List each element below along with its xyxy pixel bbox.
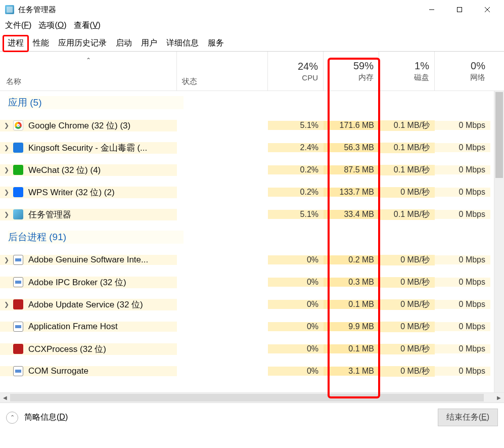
collapse-button[interactable]: ⌃ bbox=[6, 412, 18, 424]
end-task-button[interactable]: 结束任务(E) bbox=[438, 409, 498, 426]
column-network[interactable]: 0% 网络 bbox=[435, 52, 490, 91]
process-icon bbox=[13, 322, 23, 332]
expand-icon[interactable]: ❯ bbox=[0, 122, 13, 129]
disk-cell: 0 MB/秒 bbox=[379, 187, 435, 198]
brief-info-link[interactable]: 简略信息(D) bbox=[24, 412, 68, 423]
column-status[interactable]: 状态 bbox=[177, 52, 268, 91]
disk-cell: 0 MB/秒 bbox=[379, 255, 435, 265]
memory-cell: 33.4 MB bbox=[324, 210, 379, 219]
group-header[interactable]: 应用 (5) bbox=[0, 91, 494, 114]
network-cell: 0 Mbps bbox=[435, 210, 490, 219]
expand-icon[interactable]: ❯ bbox=[0, 144, 13, 151]
menubar: 文件(F)选项(O)查看(V) bbox=[0, 19, 504, 35]
scrollbar-thumb[interactable] bbox=[495, 92, 503, 178]
process-row[interactable]: ❯Adobe Genuine Software Inte...0%0.2 MB0… bbox=[0, 249, 494, 271]
cpu-cell: 0.2% bbox=[268, 188, 324, 197]
process-row[interactable]: ❯Google Chrome (32 位) (3)5.1%171.6 MB0.1… bbox=[0, 114, 494, 137]
process-row[interactable]: ❯Adobe Update Service (32 位)0%0.1 MB0 MB… bbox=[0, 293, 494, 316]
expand-icon[interactable]: ❯ bbox=[0, 256, 13, 263]
close-button[interactable] bbox=[473, 0, 501, 19]
scrollbar-thumb[interactable] bbox=[10, 394, 484, 401]
process-table[interactable]: 应用 (5)❯Google Chrome (32 位) (3)5.1%171.6… bbox=[0, 91, 494, 392]
process-table-area: 应用 (5)❯Google Chrome (32 位) (3)5.1%171.6… bbox=[0, 91, 504, 392]
menu-o[interactable]: 选项(O) bbox=[38, 20, 66, 31]
process-row[interactable]: ❯任务管理器5.1%33.4 MB0.1 MB/秒0 Mbps bbox=[0, 203, 494, 226]
tab-3[interactable]: 启动 bbox=[111, 35, 136, 52]
tab-0[interactable]: 进程 bbox=[3, 35, 28, 52]
disk-label: 磁盘 bbox=[414, 73, 429, 82]
maximize-button[interactable] bbox=[445, 0, 473, 19]
scrollbar-track[interactable] bbox=[10, 393, 494, 402]
disk-cell: 0.1 MB/秒 bbox=[379, 120, 435, 131]
expand-icon[interactable]: ❯ bbox=[0, 189, 13, 196]
expand-icon[interactable]: ❯ bbox=[0, 301, 13, 308]
menu-v[interactable]: 查看(V) bbox=[74, 20, 101, 31]
network-cell: 0 Mbps bbox=[435, 278, 490, 287]
process-name: WeChat (32 位) (4) bbox=[28, 164, 101, 176]
process-name: Adobe Update Service (32 位) bbox=[28, 299, 143, 310]
memory-cell: 3.1 MB bbox=[324, 367, 379, 376]
process-icon bbox=[13, 187, 23, 197]
memory-cell: 171.6 MB bbox=[324, 121, 379, 130]
column-status-label: 状态 bbox=[182, 77, 197, 86]
tab-6[interactable]: 服务 bbox=[203, 35, 228, 52]
process-row[interactable]: ❯WeChat (32 位) (4)0.2%87.5 MB0.1 MB/秒0 M… bbox=[0, 159, 494, 181]
process-row[interactable]: COM Surrogate0%3.1 MB0 MB/秒0 Mbps bbox=[0, 360, 494, 382]
horizontal-scrollbar[interactable]: ◀ ▶ bbox=[0, 392, 504, 402]
network-percent: 0% bbox=[471, 60, 485, 72]
group-header[interactable]: 后台进程 (91) bbox=[0, 226, 494, 249]
process-icon bbox=[13, 120, 23, 130]
process-icon bbox=[13, 299, 23, 309]
column-disk[interactable]: 1% 磁盘 bbox=[379, 52, 435, 91]
window-title: 任务管理器 bbox=[18, 5, 56, 15]
network-cell: 0 Mbps bbox=[435, 322, 490, 331]
tab-5[interactable]: 详细信息 bbox=[162, 35, 203, 52]
expand-icon[interactable]: ❯ bbox=[0, 211, 13, 218]
menu-f[interactable]: 文件(F) bbox=[5, 20, 31, 31]
tab-2[interactable]: 应用历史记录 bbox=[54, 35, 111, 52]
memory-cell: 0.1 MB bbox=[324, 300, 379, 309]
window-controls bbox=[418, 0, 501, 19]
cpu-cell: 5.1% bbox=[268, 210, 324, 219]
process-row[interactable]: ❯WPS Writer (32 位) (2)0.2%133.7 MB0 MB/秒… bbox=[0, 181, 494, 203]
network-cell: 0 Mbps bbox=[435, 121, 490, 130]
cpu-cell: 5.1% bbox=[268, 121, 324, 130]
network-cell: 0 Mbps bbox=[435, 300, 490, 309]
process-name: Kingsoft Security - 金山毒霸 (... bbox=[28, 142, 147, 154]
cpu-cell: 2.4% bbox=[268, 143, 324, 152]
column-headers: ⌃ 名称 状态 24% CPU 59% 内存 1% 磁盘 0% 网络 bbox=[0, 52, 504, 91]
column-name-label: 名称 bbox=[6, 77, 176, 86]
column-cpu[interactable]: 24% CPU bbox=[268, 52, 324, 91]
scroll-left-icon[interactable]: ◀ bbox=[0, 393, 10, 403]
process-icon bbox=[13, 143, 23, 153]
scroll-right-icon[interactable]: ▶ bbox=[494, 393, 504, 403]
process-icon bbox=[13, 165, 23, 175]
footer: ⌃ 简略信息(D) 结束任务(E) bbox=[0, 402, 504, 432]
disk-cell: 0.1 MB/秒 bbox=[379, 165, 435, 175]
process-name: Google Chrome (32 位) (3) bbox=[28, 120, 130, 131]
tab-1[interactable]: 性能 bbox=[28, 35, 54, 52]
cpu-cell: 0% bbox=[268, 300, 324, 309]
process-row[interactable]: Adobe IPC Broker (32 位)0%0.3 MB0 MB/秒0 M… bbox=[0, 271, 494, 293]
cpu-percent: 24% bbox=[298, 61, 318, 72]
memory-cell: 0.2 MB bbox=[324, 255, 379, 264]
vertical-scrollbar[interactable] bbox=[494, 91, 504, 392]
process-row[interactable]: Application Frame Host0%9.9 MB0 MB/秒0 Mb… bbox=[0, 316, 494, 338]
network-cell: 0 Mbps bbox=[435, 367, 490, 376]
process-icon bbox=[13, 344, 23, 354]
cpu-cell: 0% bbox=[268, 322, 324, 331]
disk-cell: 0.1 MB/秒 bbox=[379, 209, 435, 220]
column-memory[interactable]: 59% 内存 bbox=[324, 52, 379, 91]
network-cell: 0 Mbps bbox=[435, 165, 490, 174]
tab-4[interactable]: 用户 bbox=[136, 35, 162, 52]
expand-icon[interactable]: ❯ bbox=[0, 166, 13, 173]
process-name: CCXProcess (32 位) bbox=[28, 343, 106, 355]
memory-cell: 133.7 MB bbox=[324, 188, 379, 197]
memory-cell: 9.9 MB bbox=[324, 322, 379, 331]
process-row[interactable]: ❯Kingsoft Security - 金山毒霸 (...2.4%56.3 M… bbox=[0, 137, 494, 159]
column-name[interactable]: ⌃ 名称 bbox=[0, 52, 177, 91]
memory-label: 内存 bbox=[358, 73, 374, 82]
disk-cell: 0 MB/秒 bbox=[379, 366, 435, 377]
process-row[interactable]: CCXProcess (32 位)0%0.1 MB0 MB/秒0 Mbps bbox=[0, 338, 494, 360]
minimize-button[interactable] bbox=[418, 0, 445, 19]
